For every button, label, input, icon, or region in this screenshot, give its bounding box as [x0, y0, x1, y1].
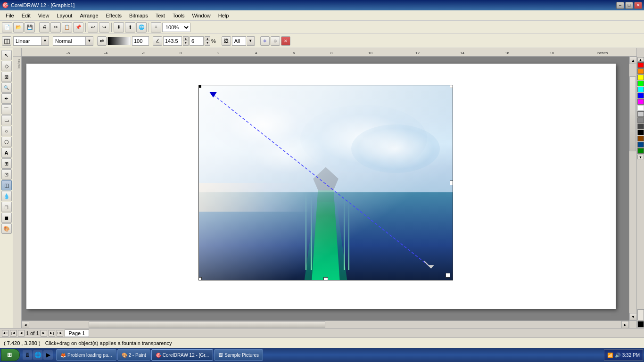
color-light-gray[interactable]	[637, 111, 644, 117]
menu-window[interactable]: Window	[189, 12, 215, 19]
menu-effects[interactable]: Effects	[102, 12, 125, 19]
color-red[interactable]	[637, 62, 644, 68]
color-blue[interactable]	[637, 93, 644, 99]
app-close-button[interactable]: ✕	[634, 2, 642, 9]
scroll-up-button[interactable]: ▲	[629, 57, 636, 64]
color-dark-gray[interactable]	[637, 123, 644, 129]
scroll-left-button[interactable]: ◄	[22, 321, 29, 328]
page-first[interactable]: |◄	[10, 330, 17, 337]
transparency-type-icon[interactable]: ◫	[2, 36, 11, 46]
scroll-thumb-v[interactable]	[629, 76, 636, 151]
zoom-tool[interactable]: 🔍	[1, 82, 12, 93]
menu-arrange[interactable]: Arrange	[76, 12, 102, 19]
table-tool[interactable]: ⊞	[1, 158, 12, 169]
mesh-fill-tool[interactable]: ⊡	[1, 169, 12, 180]
handle-top-right[interactable]	[450, 85, 453, 88]
filter-dropdown[interactable]: ▼	[247, 36, 255, 46]
menu-tools[interactable]: Tools	[169, 12, 189, 19]
color-orange[interactable]	[637, 68, 644, 74]
menu-file[interactable]: File	[2, 12, 18, 19]
new-button[interactable]: 📄	[2, 22, 12, 33]
menu-text[interactable]: Text	[152, 12, 169, 19]
ql-media[interactable]: ▶	[43, 350, 53, 360]
export-button[interactable]: ⬆	[125, 22, 135, 33]
eyedropper-tool[interactable]: 💧	[1, 191, 12, 201]
outline-color-box[interactable]	[637, 321, 644, 328]
freehand-tool[interactable]: ✒	[1, 93, 12, 104]
scroll-thumb-h[interactable]	[89, 321, 325, 328]
publish-button[interactable]: 🌐	[136, 22, 147, 33]
polygon-tool[interactable]: ⬡	[1, 137, 12, 147]
menu-layout[interactable]: Layout	[53, 12, 76, 19]
freeze-transparency-button[interactable]: ❄	[260, 36, 270, 46]
transparency-type-dropdown[interactable]: ▼	[41, 36, 49, 46]
angle-up-button[interactable]: ▲	[183, 36, 189, 41]
edge-down-button[interactable]: ▼	[205, 41, 210, 46]
vertical-scrollbar[interactable]: ▲ ▼	[629, 57, 636, 321]
palette-scroll-down[interactable]: ▼	[637, 155, 644, 159]
taskbar-item-coreldraw[interactable]: 🎯 CorelDRAW 12 - [Gr...	[151, 349, 214, 361]
fill-tool[interactable]: ◼	[1, 213, 12, 223]
angle-input[interactable]	[163, 36, 182, 46]
redo-button[interactable]: ↪	[99, 22, 109, 33]
paste-button[interactable]: 📌	[73, 22, 83, 33]
transparency-tool[interactable]: ◫	[1, 180, 12, 190]
open-button[interactable]: 📂	[13, 22, 24, 33]
shape-tool[interactable]: ◇	[1, 61, 12, 71]
angle-down-button[interactable]: ▼	[183, 41, 189, 46]
color-black[interactable]	[637, 130, 644, 135]
copy-transparency-button[interactable]: ⊕	[271, 36, 280, 46]
edge-input[interactable]	[190, 36, 204, 46]
handle-mid-bottom[interactable]	[323, 277, 328, 280]
color-navy[interactable]	[637, 142, 644, 148]
import-button[interactable]: ⬇	[114, 22, 124, 33]
ellipse-tool[interactable]: ○	[1, 126, 12, 136]
transparency-mode-dropdown[interactable]: ▼	[86, 36, 93, 46]
page-last[interactable]: ►|	[49, 330, 55, 337]
outline-tool[interactable]: ◻	[1, 202, 12, 212]
color-cyan[interactable]	[637, 87, 644, 92]
color-dark-green[interactable]	[637, 148, 644, 154]
handle-bottom-right[interactable]	[446, 273, 450, 278]
reverse-gradient-button[interactable]: ⇄	[97, 36, 107, 46]
app-minimize-button[interactable]: –	[616, 2, 624, 9]
fill-color-box[interactable]	[637, 309, 644, 321]
image-object[interactable]	[198, 85, 453, 280]
color-white[interactable]	[637, 105, 644, 111]
interactive-fill-tool[interactable]: 🎨	[1, 223, 12, 234]
palette-scroll-up[interactable]: ▲	[637, 57, 644, 62]
cut-button[interactable]: ✂	[50, 22, 61, 33]
smart-draw-tool[interactable]: ⌒	[1, 104, 12, 115]
undo-button[interactable]: ↩	[88, 22, 98, 33]
color-magenta[interactable]	[637, 99, 644, 105]
horizontal-scrollbar[interactable]: ◄ ►	[22, 321, 629, 328]
handle-top-left[interactable]	[198, 85, 202, 88]
edge-up-button[interactable]: ▲	[205, 36, 210, 41]
print-button[interactable]: 🖨	[39, 22, 50, 33]
color-gray[interactable]	[637, 117, 644, 123]
menu-bitmaps[interactable]: Bitmaps	[125, 12, 152, 19]
handle-mid-right[interactable]	[450, 181, 453, 185]
pick-tool[interactable]: ↖	[1, 50, 12, 60]
canvas-area[interactable]: ▲ ▼ ◄ ►	[22, 57, 636, 328]
copy-button[interactable]: 📋	[62, 22, 72, 33]
zoom-in-btn[interactable]: +	[151, 22, 161, 33]
transparency-value-input[interactable]	[132, 36, 149, 46]
page-next[interactable]: ►	[41, 330, 47, 337]
zoom-dropdown[interactable]: 100% 50% 75% 150% 200%	[162, 23, 190, 32]
scroll-down-button[interactable]: ▼	[629, 313, 636, 321]
app-maximize-button[interactable]: □	[625, 2, 633, 9]
page-prev[interactable]: ◄	[18, 330, 25, 337]
taskbar-item-firefox[interactable]: 🦊 Problem loading pa...	[56, 349, 116, 361]
color-brown[interactable]	[637, 136, 644, 141]
start-button[interactable]: ⊞	[1, 349, 20, 361]
save-button[interactable]: 💾	[25, 22, 35, 33]
ql-show-desktop[interactable]: 🖥	[23, 350, 32, 360]
taskbar-item-pictures[interactable]: 🖼 Sample Pictures	[214, 349, 263, 361]
color-green[interactable]	[637, 81, 644, 86]
menu-help[interactable]: Help	[215, 12, 233, 19]
page-tab-1[interactable]: Page 1	[65, 329, 90, 337]
text-tool[interactable]: A	[1, 148, 12, 158]
menu-view[interactable]: View	[34, 12, 53, 19]
page-add-right[interactable]: +►	[57, 330, 63, 337]
